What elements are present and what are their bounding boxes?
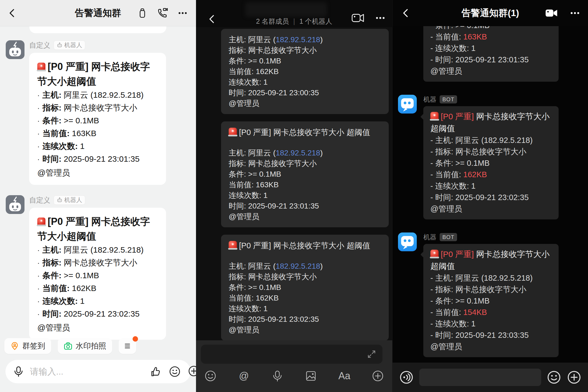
mention-admin: @管理员 [430,341,552,352]
siren-emoji [229,128,237,136]
message-list: 主机: 阿里云 (182.92.5.218)指标: 网卡总接收字节大小条件: >… [196,27,392,340]
field-label: 连续次数: [42,296,80,305]
ip-address-link[interactable]: 182.92.5.218 [276,35,320,44]
field-label: 连续次数: [229,78,264,86]
bullet: · [37,117,40,125]
alert-field: 主机: 阿里云 (182.92.5.218) [229,261,381,271]
field-label: 当前值: [229,67,256,76]
bullet: - [430,193,435,202]
back-icon[interactable] [401,8,412,19]
field-label: 条件: [229,170,248,178]
message-input[interactable] [419,369,541,386]
bullet: - [430,308,435,317]
bullet: - [430,26,435,30]
field-value: 163KB [463,32,487,41]
emoji-icon[interactable] [204,370,217,382]
chat-title: 告警通知群(1) [461,7,519,19]
field-label: 指标: [229,46,248,54]
group-signin-chip[interactable]: 群签到 [4,338,51,354]
chat-header: 告警通知群 [0,0,196,26]
alert-field: 主机: 阿里云 (182.92.5.218) [229,34,381,45]
field-value: 2025-09-21 23:00:35 [248,88,319,97]
emoji-icon[interactable] [169,366,181,378]
mic-icon[interactable] [271,370,284,382]
field-value: ) [320,149,323,157]
bot-avatar[interactable] [6,40,24,59]
alert-field: 指标: 网卡总接收字节大小 [229,158,381,169]
field-value: >= 0.1MB [64,271,99,280]
bot-avatar[interactable] [398,95,417,114]
alert-field: ·当前值: 162KB [37,282,158,295]
more-icon[interactable] [569,7,581,19]
alert-field: ·当前值: 163KB [37,127,158,140]
alert-card: [P0 严重] 网卡总接收字节大小超阈值- 主机: 阿里云 (182.92.5.… [423,106,559,219]
more-icon[interactable] [374,12,386,24]
message-input[interactable] [29,366,145,377]
field-value: 网卡总接收字节大小 [64,258,137,267]
field-label: 指标: [42,103,64,112]
mic-icon[interactable] [13,366,24,378]
field-label: 当前值: [435,32,463,41]
alert-field: 指标: 网卡总接收字节大小 [229,271,381,282]
voice-message-icon[interactable] [399,370,414,385]
more-tools-chip[interactable] [119,338,136,354]
image-icon[interactable] [305,370,317,382]
field-value: 154KB [463,308,487,317]
add-attachment-button[interactable] [188,365,196,378]
emoji-icon[interactable] [547,370,561,385]
expand-icon[interactable] [366,349,377,360]
bullet: · [37,310,40,318]
field-value: 162KB [256,294,279,302]
field-label: 连续次数: [435,319,471,328]
field-value: 2025-09-21 23:02:35 [64,309,140,318]
alert-field: 时间: 2025-09-21 23:01:35 [229,201,381,211]
bot-avatar[interactable] [6,195,24,214]
video-call-icon[interactable] [157,7,168,19]
back-icon[interactable] [7,8,18,19]
alert-field: 连续次数: 1 [229,190,381,201]
plus-circle-icon[interactable] [567,370,581,385]
siren-emoji [37,218,45,226]
alert-field: ·时间: 2025-09-21 23:01:35 [37,153,158,166]
thermos-icon[interactable] [137,7,148,19]
mention-icon[interactable]: @ [238,370,250,382]
field-value: 网卡总接收字节大小 [455,285,526,294]
field-value: ) [320,35,323,44]
field-label: 当前值: [229,294,256,302]
alert-field: 条件: >= 0.1MB [229,56,381,66]
field-value: 1 [264,304,268,313]
video-call-icon[interactable] [544,7,558,19]
bullet: - [430,319,435,328]
message-row: 自定义机器人[P0 严重] 网卡总接收字节大小超阈值·主机: 阿里云 (182.… [6,40,196,185]
ip-address-link[interactable]: 182.92.5.218 [276,149,320,157]
field-value: 网卡总接收字节大小 [455,147,526,156]
alert-card: [P0 严重] 网卡总接收字节大小 超阈值主机: 阿里云 (182.92.5.2… [221,121,389,227]
field-value: 阿里云 ( [248,35,276,44]
plus-circle-icon[interactable] [372,370,384,382]
alert-field: 指标: 网卡总接收字节大小 [229,45,381,56]
ip-address-link[interactable]: 182.92.5.218 [276,262,320,270]
field-label: 时间: [435,55,455,64]
field-label: 指标: [42,258,64,267]
redacted-group-title [245,2,327,17]
bullet: - [430,285,435,294]
video-call-icon[interactable] [351,12,365,24]
field-value: 阿里云 (182.92.5.218) [455,274,533,282]
alert-card: [P0 严重] 网卡总接收字节大小超阈值·主机: 阿里云 (182.92.5.2… [29,53,166,185]
text-format-icon[interactable]: Aa [338,370,351,382]
bullet: - [430,296,435,305]
field-label: 条件: [229,283,248,292]
bot-badge: 机器人 [54,195,85,205]
watermark-camera-chip[interactable]: 水印拍照 [58,338,112,354]
panel-middle-chat: 2 名群成员|1 个机器人 主机: 阿里云 (182.92.5.218)指标: … [196,0,392,392]
message-input[interactable] [201,345,382,364]
field-value: 阿里云 (182.92.5.218) [64,245,143,254]
mention-admin: @管理员 [430,203,552,215]
thumbs-up-icon[interactable] [150,366,162,378]
alert-field: ·连续次数: 1 [37,140,158,153]
bot-avatar[interactable] [398,232,417,251]
badge-label: 机器人 [64,41,82,49]
bullet: - [430,136,435,145]
field-value: >= 0.1MB [248,170,281,178]
more-icon[interactable] [177,7,188,19]
